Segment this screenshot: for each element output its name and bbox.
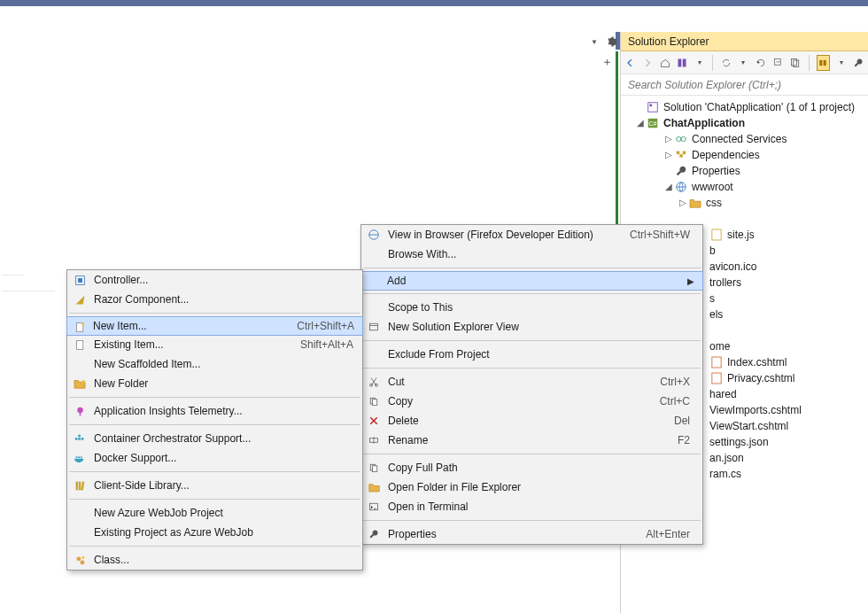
tab-dropdown-icon[interactable]: ▼ [588,35,601,48]
sync-icon[interactable] [720,56,732,70]
menu-label: Add [387,275,687,287]
controller-icon [73,273,87,287]
menu-shortcut: Del [656,415,690,427]
svg-rect-41 [81,438,84,440]
tree-label: ViewStart.cshtml [709,418,788,434]
svg-point-22 [370,384,373,386]
menu-add[interactable]: Add ▶ [360,271,703,291]
context-menu[interactable]: View in Browser (Firefox Developer Editi… [360,224,703,545]
show-all-files-icon[interactable] [789,56,801,70]
menu-exclude-from-project[interactable]: Exclude From Project [361,345,702,364]
tree-label: settings.json [709,434,769,450]
svg-rect-8 [650,105,653,107]
tree-item[interactable]: ▷ Connected Services [624,131,868,147]
svg-point-35 [82,380,85,383]
forward-icon[interactable] [641,56,653,70]
submenu-docker-support[interactable]: Docker Support... [67,448,362,468]
browser-icon [367,228,381,242]
search-input[interactable] [621,74,868,95]
menu-separator [363,368,701,369]
submenu-app-insights[interactable]: Application Insights Telemetry... [67,401,362,421]
refresh-icon[interactable] [755,56,766,70]
menu-label: New Azure WebJob Project [94,507,353,519]
panel-toolbar: ▾ ▾ ▾ [621,51,868,74]
menu-label: Controller... [94,274,353,286]
svg-rect-25 [373,400,377,406]
tree-item[interactable]: ▷ Dependencies [624,147,868,163]
menu-copy[interactable]: Copy Ctrl+C [361,392,702,411]
submenu-class[interactable]: Class... [67,550,362,570]
menu-label: Client-Side Library... [94,479,353,492]
tree-project-node[interactable]: ◢ C# ChatApplication [624,115,868,131]
menu-cut[interactable]: Cut Ctrl+X [361,372,702,392]
menu-scope-to-this[interactable]: Scope to This [361,298,702,317]
cut-icon [367,375,381,389]
menu-separator [363,293,701,294]
svg-rect-31 [78,278,82,283]
submenu-existing-azure-webjob[interactable]: Existing Project as Azure WebJob [67,523,362,542]
menu-delete[interactable]: Delete Del [361,411,702,431]
menu-view-in-browser[interactable]: View in Browser (Firefox Developer Editi… [361,225,702,244]
rename-icon [367,433,381,447]
preview-selected-items-toggle[interactable] [817,55,830,71]
menu-shortcut: Ctrl+C [642,395,690,407]
menu-new-solution-view[interactable]: New Solution Explorer View [361,317,702,337]
tree-item[interactable]: ▷ css [624,195,868,211]
tree-label: wwwroot [692,179,733,195]
menu-label: New Solution Explorer View [388,321,690,333]
svg-point-48 [76,556,81,561]
vertical-tab-add-icon[interactable]: ＋ [601,54,613,70]
svg-point-11 [677,136,681,141]
tree-solution-node[interactable]: ▶ Solution 'ChatApplication' (1 of 1 pro… [624,99,868,115]
properties-icon[interactable] [853,56,864,70]
collapse-all-icon[interactable] [772,56,784,70]
view-dropdown-icon[interactable]: ▾ [694,56,705,70]
submenu-existing-item[interactable]: Existing Item... Shift+Alt+A [67,335,362,354]
copy-path-icon [367,461,381,475]
menu-label: Open in Terminal [388,500,690,513]
menu-rename[interactable]: Rename F2 [361,431,702,450]
preview-dropdown-icon[interactable]: ▾ [835,56,847,70]
menu-properties[interactable]: Properties Alt+Enter [361,524,702,544]
tree-label: avicon.ico [709,259,756,275]
submenu-new-scaffolded-item[interactable]: New Scaffolded Item... [67,354,362,374]
svg-rect-7 [648,103,658,113]
panel-title: Solution Explorer [621,32,868,51]
menu-separator [69,471,360,472]
properties-folder-icon [674,164,688,178]
back-icon[interactable] [624,56,636,70]
submenu-client-side-library[interactable]: Client-Side Library... [67,476,362,495]
submenu-arrow-icon: ▶ [687,276,694,286]
menu-shortcut: Shift+Alt+A [295,338,353,351]
svg-text:C#: C# [649,120,657,127]
svg-rect-45 [75,481,77,490]
submenu-container-support[interactable]: Container Orchestrator Support... [67,429,362,448]
existing-item-icon [73,338,87,352]
menu-shortcut: Ctrl+X [642,376,690,388]
library-icon [73,478,87,493]
menu-copy-full-path[interactable]: Copy Full Path [361,458,702,477]
js-file-icon [709,228,724,242]
submenu-razor-component[interactable]: Razor Component... [67,290,362,309]
submenu-controller[interactable]: Controller... [67,270,362,290]
svg-rect-13 [677,151,680,155]
add-submenu[interactable]: Controller... Razor Component... New Ite… [66,269,363,570]
submenu-new-azure-webjob[interactable]: New Azure WebJob Project [67,503,362,523]
home-icon[interactable] [659,56,670,70]
svg-rect-15 [683,151,686,155]
gear-icon[interactable] [606,35,618,48]
submenu-new-folder[interactable]: New Folder [67,374,362,393]
svg-point-36 [77,407,83,413]
panel-search[interactable] [621,74,868,96]
menu-label: New Folder [94,377,353,390]
sync-dropdown-icon[interactable]: ▾ [738,56,749,70]
menu-open-in-terminal[interactable]: Open in Terminal [361,497,702,516]
menu-separator [363,454,701,454]
menu-open-in-file-explorer[interactable]: Open Folder in File Explorer [361,477,702,497]
tree-item[interactable]: ▷ Properties [624,163,868,179]
switch-view-icon[interactable] [676,56,687,70]
menu-browse-with[interactable]: Browse With... [361,244,702,264]
tree-item[interactable]: ◢ wwwroot [624,179,868,195]
menu-label: Docker Support... [94,452,353,464]
submenu-new-item[interactable]: New Item... Ctrl+Shift+A [66,316,363,336]
